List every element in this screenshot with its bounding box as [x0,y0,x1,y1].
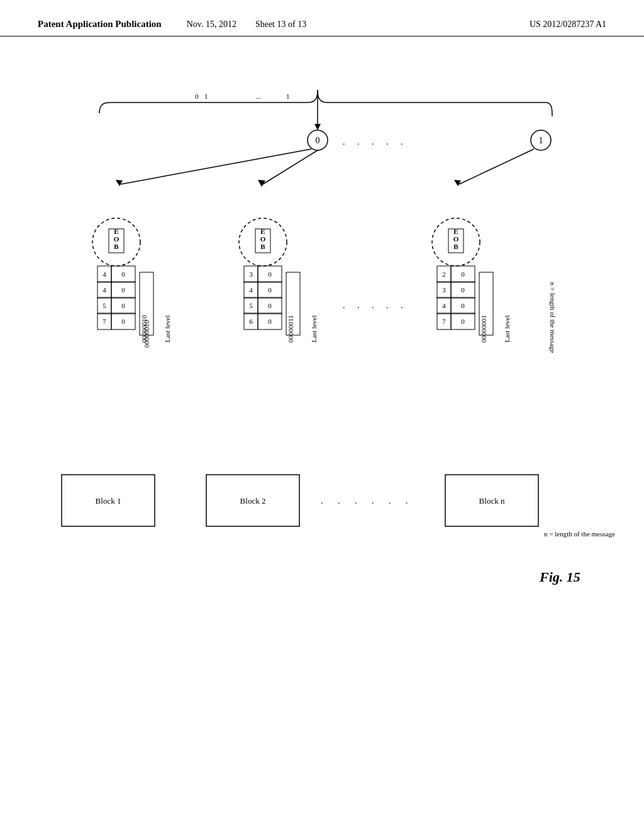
publication-date: Nov. 15, 2012 [187,19,236,30]
patent-number: US 2012/0287237 A1 [530,19,606,30]
sheet-info: Sheet 13 of 13 [255,19,306,30]
main-diagram: M 0 s s s s 0 ...... 1 0 1 ..... 1 } 0 1… [0,36,644,810]
page-header: Patent Application Publication Nov. 15, … [0,0,644,36]
publication-title: Patent Application Publication [38,19,162,30]
